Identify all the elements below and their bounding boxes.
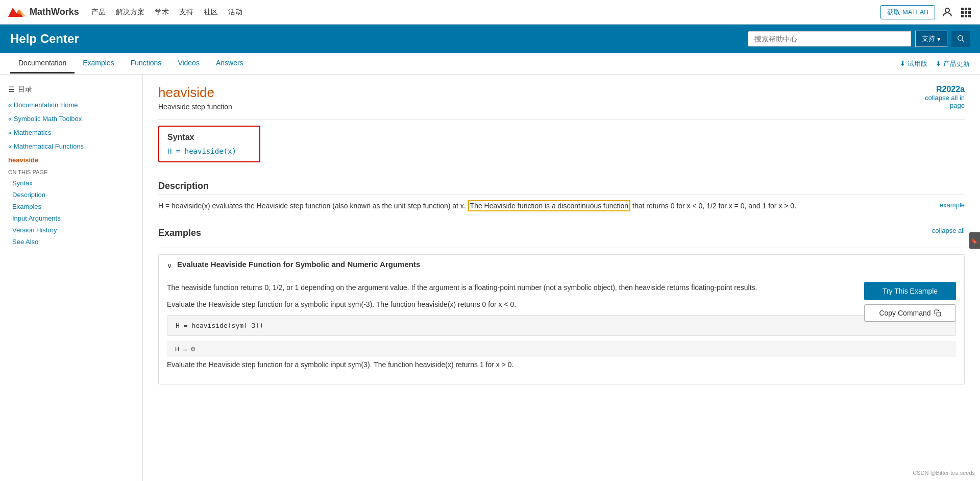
- download-update-icon: ⬇: [936, 60, 941, 67]
- search-icon: [957, 34, 965, 42]
- page-title: heaviside: [158, 85, 965, 101]
- nav-support[interactable]: 支持: [179, 8, 193, 17]
- tab-examples[interactable]: Examples: [75, 54, 122, 74]
- syntax-section: Syntax H = heaviside(x): [158, 126, 260, 162]
- sub-nav-right: ⬇ 试用版 ⬇ 产品更新: [900, 59, 970, 68]
- main-layout: ☰ 目录 « Documentation Home « Symbolic Mat…: [0, 75, 980, 481]
- sub-navigation: Documentation Examples Functions Videos …: [0, 53, 980, 75]
- copy-command-button[interactable]: Copy Command: [864, 304, 956, 322]
- examples-heading: Examples: [158, 228, 201, 242]
- svg-rect-3: [961, 8, 964, 10]
- tab-documentation[interactable]: Documentation: [10, 54, 75, 74]
- nav-solutions[interactable]: 解决方案: [116, 8, 144, 17]
- tab-answers[interactable]: Answers: [208, 54, 252, 74]
- examples-section: Examples collapse all ∨ Evaluate Heavisi…: [158, 220, 965, 384]
- page-subtitle: Heaviside step function: [158, 103, 965, 111]
- mathworks-text: MathWorks: [30, 7, 79, 17]
- svg-rect-5: [968, 8, 971, 10]
- on-this-page-label: ON THIS PAGE: [0, 167, 142, 177]
- trial-link[interactable]: ⬇ 试用版: [900, 59, 927, 68]
- side-float-icon: 🔖: [971, 237, 977, 244]
- main-content: R2022a collapse all in page heaviside He…: [143, 75, 980, 481]
- example-link[interactable]: example: [940, 200, 965, 211]
- copy-icon: [934, 309, 941, 317]
- description-section: Description H = heaviside(x) evaluates t…: [158, 181, 965, 211]
- main-nav-links: 产品 解决方案 学术 支持 社区 活动: [91, 8, 881, 17]
- collapse-all-link[interactable]: collapse all in page: [925, 94, 965, 109]
- toc-see-also[interactable]: See Also: [0, 236, 142, 248]
- sidebar-current-page: heaviside: [0, 153, 142, 167]
- toc-examples[interactable]: Examples: [0, 201, 142, 212]
- description-heading: Description: [158, 181, 965, 195]
- title-divider: [158, 119, 965, 119]
- nav-right-area: 获取 MATLAB: [880, 5, 972, 19]
- syntax-heading: Syntax: [167, 133, 251, 142]
- examples-divider: [158, 248, 965, 248]
- svg-rect-11: [968, 15, 971, 17]
- nav-events[interactable]: 活动: [228, 8, 242, 17]
- download-trial-icon: ⬇: [900, 60, 905, 67]
- grid-icon[interactable]: [960, 6, 972, 18]
- mathworks-logo-icon: [8, 3, 27, 21]
- sidebar-item-doc-home[interactable]: « Documentation Home: [0, 98, 142, 112]
- example-desc-3: Evaluate the Heaviside step function for…: [167, 359, 956, 370]
- logo-area[interactable]: MathWorks: [8, 3, 79, 21]
- version-badge: R2022a collapse all in page: [925, 85, 965, 109]
- svg-rect-4: [965, 8, 967, 10]
- example-header[interactable]: ∨ Evaluate Heaviside Function for Symbol…: [159, 255, 964, 274]
- doc-tabs: Documentation Examples Functions Videos …: [10, 54, 900, 74]
- update-label: 产品更新: [943, 59, 970, 68]
- example-desc-1: The heaviside function returns 0, 1/2, o…: [167, 282, 956, 293]
- user-icon[interactable]: [941, 6, 953, 18]
- search-button[interactable]: [951, 31, 970, 47]
- side-float-widget[interactable]: 🔖: [969, 232, 980, 249]
- sidebar-item-symbolic-toolbox[interactable]: « Symbolic Math Toolbox: [0, 112, 142, 126]
- nav-academia[interactable]: 学术: [155, 8, 169, 17]
- example-action-buttons: Try This Example Copy Command: [864, 282, 956, 322]
- examples-collapse-all[interactable]: collapse all: [932, 227, 965, 234]
- support-dropdown-button[interactable]: 支持 ▾: [915, 31, 947, 47]
- code-output: H = 0: [167, 341, 956, 357]
- hamburger-icon: ☰: [8, 85, 15, 93]
- toc-description[interactable]: Description: [0, 189, 142, 201]
- help-center-title: Help Center: [10, 32, 748, 46]
- svg-rect-14: [937, 312, 941, 317]
- toc-input-arguments[interactable]: Input Arguments: [0, 212, 142, 224]
- nav-community[interactable]: 社区: [204, 8, 218, 17]
- svg-point-12: [958, 35, 963, 40]
- version-suffix: a: [960, 85, 965, 93]
- svg-rect-6: [961, 11, 964, 14]
- example-desc-2: Evaluate the Heaviside step function for…: [167, 299, 956, 310]
- svg-rect-9: [961, 15, 964, 17]
- description-text: H = heaviside(x) evaluates the Heaviside…: [158, 200, 965, 211]
- get-matlab-button[interactable]: 获取 MATLAB: [880, 5, 935, 19]
- chevron-down-icon: ∨: [167, 261, 173, 268]
- toc-label: 目录: [18, 85, 32, 94]
- code-block: H = heaviside(sym(-3)): [167, 315, 956, 336]
- example-body: Try This Example Copy Command The heavis…: [159, 274, 964, 383]
- try-this-example-button[interactable]: Try This Example: [864, 282, 956, 300]
- sidebar: ☰ 目录 « Documentation Home « Symbolic Mat…: [0, 75, 143, 481]
- example-title: Evaluate Heaviside Function for Symbolic…: [177, 260, 420, 269]
- update-link[interactable]: ⬇ 产品更新: [936, 59, 970, 68]
- nav-products[interactable]: 产品: [91, 8, 106, 17]
- tab-functions[interactable]: Functions: [122, 54, 170, 74]
- tab-videos[interactable]: Videos: [169, 54, 208, 74]
- sidebar-item-mathematics[interactable]: « Mathematics: [0, 126, 142, 139]
- desc-text-after: that returns 0 for x < 0, 1/2 for x = 0,…: [632, 202, 796, 210]
- sidebar-menu-toggle[interactable]: ☰ 目录: [0, 81, 142, 98]
- version-number: R2022: [936, 85, 960, 93]
- search-area: 支持 ▾: [748, 31, 970, 47]
- syntax-code: H = heaviside(x): [167, 147, 251, 155]
- example-content: Try This Example Copy Command The heavis…: [167, 282, 956, 375]
- support-chevron-icon: ▾: [937, 35, 941, 43]
- toc-syntax[interactable]: Syntax: [0, 177, 142, 189]
- search-input[interactable]: [748, 31, 911, 46]
- svg-rect-10: [965, 15, 967, 17]
- svg-rect-7: [965, 11, 967, 14]
- help-center-header: Help Center 支持 ▾: [0, 25, 980, 53]
- sidebar-item-math-functions[interactable]: « Mathematical Functions: [0, 139, 142, 153]
- version-text: R2022a: [925, 85, 965, 94]
- example-item: ∨ Evaluate Heaviside Function for Symbol…: [158, 254, 965, 384]
- toc-version-history[interactable]: Version History: [0, 224, 142, 236]
